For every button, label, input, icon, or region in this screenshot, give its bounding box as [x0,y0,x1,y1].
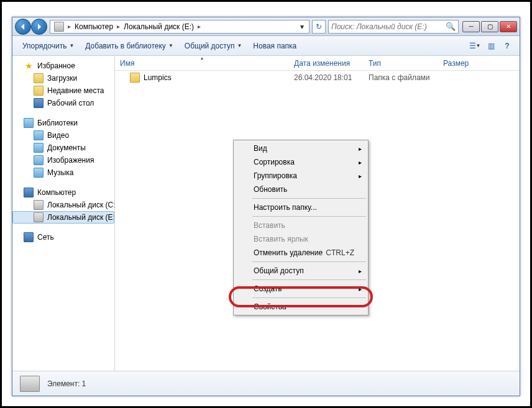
minimize-button[interactable]: ─ [462,21,480,32]
help-button[interactable]: ? [500,40,515,52]
view-mode-button[interactable]: ☰ ▼ [467,40,482,52]
drive-icon [54,22,64,32]
sidebar: ★Избранное Загрузки Недавние места Рабоч… [12,56,115,371]
sidebar-item-desktop[interactable]: Рабочий стол [12,97,114,109]
sidebar-item-documents[interactable]: Документы [12,142,114,154]
ctx-paste-shortcut: Вставить ярлык [235,232,367,246]
column-name[interactable]: Имя [115,56,289,70]
forward-button[interactable] [31,19,47,35]
sidebar-item-disk-c[interactable]: Локальный диск (C:) [12,199,114,211]
sidebar-item-video[interactable]: Видео [12,129,114,142]
share-button[interactable]: Общий доступ▼ [180,39,247,53]
drive-icon [20,376,40,392]
chevron-right-icon: ▸ [359,145,362,152]
drive-icon [34,212,44,222]
statusbar: Элемент: 1 [12,371,520,396]
desktop-icon [34,98,44,108]
column-size[interactable]: Размер [438,56,488,70]
search-box[interactable]: 🔍 [328,20,459,34]
chevron-right-icon: ▸ [116,23,121,30]
file-name: Lumpics [144,73,172,82]
sidebar-item-pictures[interactable]: Изображения [12,154,114,166]
chevron-right-icon: ▸ [66,23,72,30]
chevron-right-icon: ▸ [196,23,202,30]
sidebar-item-recent[interactable]: Недавние места [12,84,114,97]
separator [252,198,366,199]
ctx-properties[interactable]: Свойства [235,300,367,314]
ctx-customize[interactable]: Настроить папку... [235,201,367,214]
column-date[interactable]: Дата изменения [289,56,364,70]
computer-icon [24,188,34,197]
ctx-refresh[interactable]: Обновить [235,183,367,196]
file-date: 26.04.2020 18:01 [294,73,352,82]
titlebar: ▸ Компьютер ▸ Локальный диск (E:) ▸ ▾ ↻ … [12,17,520,36]
sidebar-item-music[interactable]: Музыка [12,166,114,179]
column-headers: Имя Дата изменения Тип Размер [115,56,520,71]
file-row[interactable]: Lumpics 26.04.2020 18:01 Папка с файлами [115,71,520,84]
preview-pane-button[interactable]: ▥ [484,40,498,52]
network-icon [24,232,34,242]
breadcrumb-segment[interactable]: Локальный диск (E:) [121,22,196,31]
search-input[interactable] [331,22,446,31]
chevron-down-icon: ▼ [237,43,242,48]
sidebar-network-header[interactable]: Сеть [12,231,114,243]
search-icon[interactable]: 🔍 [446,22,456,31]
sidebar-computer-header[interactable]: Компьютер [12,186,114,199]
chevron-right-icon: ▸ [359,268,362,274]
pictures-icon [34,155,44,165]
sidebar-item-disk-e[interactable]: Локальный диск (E:) [12,211,114,224]
file-type: Папка с файлами [369,73,430,82]
chevron-right-icon: ▸ [359,286,362,292]
documents-icon [34,143,44,153]
sidebar-item-downloads[interactable]: Загрузки [12,72,114,84]
column-type[interactable]: Тип [364,56,438,70]
ctx-view[interactable]: Вид▸ [235,142,367,155]
folder-icon [34,73,44,83]
refresh-button[interactable]: ↻ [312,20,326,34]
breadcrumb-dropdown[interactable]: ▾ [296,22,308,31]
chevron-down-icon: ▼ [168,43,173,48]
back-button[interactable] [15,19,31,35]
new-folder-button[interactable]: Новая папка [248,39,301,53]
breadcrumb-segment[interactable]: Компьютер [72,22,116,31]
chevron-right-icon: ▸ [359,159,362,166]
chevron-right-icon: ▸ [359,173,362,179]
breadcrumb[interactable]: ▸ Компьютер ▸ Локальный диск (E:) ▸ ▾ [50,20,310,34]
sidebar-favorites-header[interactable]: ★Избранное [12,60,114,72]
ctx-undo-delete[interactable]: Отменить удалениеCTRL+Z [235,246,367,260]
library-icon [24,118,34,128]
add-library-button[interactable]: Добавить в библиотеку▼ [80,39,178,53]
ctx-paste: Вставить [235,219,367,232]
sidebar-libraries-header[interactable]: Библиотеки [12,117,114,129]
drive-icon [34,200,44,210]
shortcut-label: CTRL+Z [326,248,354,257]
chevron-down-icon: ▼ [69,43,74,48]
body: ★Избранное Загрузки Недавние места Рабоч… [12,56,520,371]
separator [252,297,366,298]
ctx-group[interactable]: Группировка▸ [235,169,367,183]
explorer-window: { "titlebar": { "breadcrumb": ["Компьюте… [12,17,520,396]
folder-icon [130,73,140,83]
maximize-button[interactable]: ▢ [481,21,498,32]
file-pane[interactable]: Имя Дата изменения Тип Размер Lumpics 26… [115,56,520,371]
ctx-share[interactable]: Общий доступ▸ [235,264,367,278]
video-icon [34,130,44,140]
folder-icon [34,86,44,96]
star-icon: ★ [24,61,34,71]
context-menu: Вид▸ Сортировка▸ Группировка▸ Обновить Н… [233,140,369,315]
separator [252,261,366,262]
ctx-create[interactable]: Создать▸ [235,282,367,296]
separator [252,279,366,280]
status-text: Элемент: 1 [47,379,86,388]
ctx-sort[interactable]: Сортировка▸ [235,155,367,169]
close-button[interactable]: ✕ [500,21,517,32]
organize-button[interactable]: Упорядочить▼ [17,39,79,53]
music-icon [34,168,44,178]
separator [252,216,366,217]
toolbar: Упорядочить▼ Добавить в библиотеку▼ Общи… [12,36,520,56]
